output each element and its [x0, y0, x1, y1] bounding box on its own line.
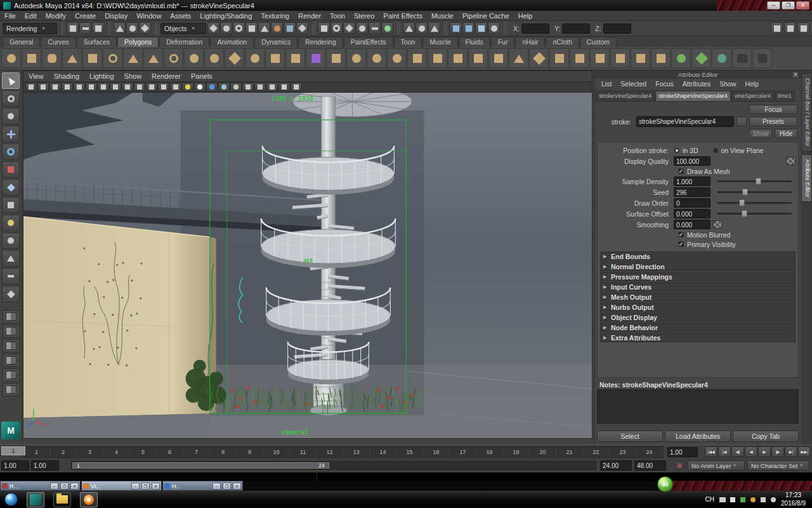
draw-as-mesh-checkbox[interactable]: [678, 168, 684, 175]
quadrangulate-icon[interactable]: [752, 48, 772, 68]
maya-logo-icon[interactable]: M: [1, 422, 20, 439]
poly-pyramid-icon[interactable]: [143, 48, 163, 68]
target-weld-icon[interactable]: [691, 48, 711, 68]
viewport-canvas[interactable]: 1300 x 1920 460 camera1: [23, 93, 592, 438]
display-quality-map-icon[interactable]: [786, 157, 796, 165]
snap-to-view-plane-icon[interactable]: [369, 22, 381, 34]
frame-tick[interactable]: 11: [290, 447, 317, 457]
channel-box-layer-editor-tab[interactable]: Channel Box / Layer Editor: [801, 73, 812, 152]
wireframe-mode-icon[interactable]: [242, 83, 254, 91]
menu-item[interactable]: Render: [294, 12, 325, 20]
construction-history-icon[interactable]: [416, 22, 428, 34]
frame-tick[interactable]: 21: [556, 447, 583, 457]
hide-button[interactable]: Hide: [775, 129, 797, 138]
boolean-difference-icon[interactable]: [367, 48, 386, 68]
character-set-dropdown[interactable]: No Character Set: [747, 460, 809, 471]
y-coord-field[interactable]: [562, 23, 590, 34]
menu-item[interactable]: Create: [70, 12, 100, 20]
frame-tick[interactable]: 14: [370, 447, 396, 457]
add-divisions-icon[interactable]: [631, 48, 650, 68]
open-scene-icon[interactable]: [79, 22, 91, 34]
attribute-editor-menu-item[interactable]: List: [597, 80, 616, 88]
restore-button[interactable]: ❐: [141, 483, 150, 490]
frame-tick[interactable]: 23: [610, 447, 636, 457]
triangulate-icon[interactable]: [732, 48, 752, 68]
frame-tick[interactable]: 3: [77, 447, 103, 457]
select-tool[interactable]: [2, 72, 20, 89]
use-default-material-icon[interactable]: [182, 83, 193, 91]
poly-smooth-icon[interactable]: [407, 48, 427, 68]
sidebar-attribute-editor-icon[interactable]: [771, 22, 783, 34]
select-joints-icon[interactable]: [220, 22, 232, 34]
textured-mode-icon[interactable]: [266, 83, 278, 91]
poly-sphere-icon[interactable]: [1, 48, 21, 68]
shelf-tab[interactable]: Muscle: [422, 37, 457, 47]
select-hierarchy-icon[interactable]: [114, 22, 126, 34]
z-coord-field[interactable]: [603, 23, 631, 34]
shelf-tab[interactable]: Custom: [580, 37, 617, 47]
frame-tick[interactable]: 8: [210, 447, 237, 457]
frame-tick[interactable]: 12: [317, 447, 343, 457]
command-line-input[interactable]: [0, 472, 317, 481]
attribute-editor-tab[interactable]: strokeShapeVineSpecular4: [655, 91, 731, 102]
surface-offset-slider[interactable]: [717, 210, 792, 218]
select-camera-icon[interactable]: [25, 83, 37, 91]
snap-to-grid-icon[interactable]: [318, 22, 330, 34]
current-time-field[interactable]: 1.00: [667, 447, 698, 457]
move-tool[interactable]: [2, 126, 20, 142]
frame-tick[interactable]: 7: [183, 447, 210, 457]
frame-tick[interactable]: 22: [583, 447, 610, 457]
make-live-icon[interactable]: [381, 22, 393, 34]
selection-mask-dropdown[interactable]: Objects: [160, 23, 206, 34]
sculpt-tool[interactable]: [2, 232, 20, 249]
go-to-end-button[interactable]: ▶▶|: [798, 446, 811, 457]
rotate-tool[interactable]: [2, 144, 20, 160]
attribute-editor-tab[interactable]: Attribute Editor: [801, 154, 812, 203]
shelf-tab[interactable]: Curves: [41, 37, 75, 47]
normal-direction-section[interactable]: Normal Direction: [600, 262, 796, 271]
sculpt-geometry-icon[interactable]: [245, 48, 265, 68]
snap-to-projected-center-icon[interactable]: [356, 22, 368, 34]
gate-mask-icon[interactable]: [134, 83, 145, 91]
merge-vertices-icon[interactable]: [671, 48, 691, 68]
show-button[interactable]: Show: [749, 129, 772, 138]
menu-item[interactable]: Window: [132, 12, 166, 20]
frame-tick[interactable]: 13: [343, 447, 370, 457]
pressure-mappings-section[interactable]: Pressure Mappings: [600, 272, 796, 281]
frame-tick[interactable]: 18: [476, 447, 503, 457]
ambient-occlusion-icon[interactable]: [218, 83, 230, 91]
menu-item[interactable]: Edit: [20, 12, 41, 20]
copy-tab-button[interactable]: Copy Tab: [733, 431, 799, 442]
frame-tick[interactable]: 4: [103, 447, 130, 457]
sidebar-channel-box-icon[interactable]: [797, 22, 809, 34]
poly-mirror-icon[interactable]: [651, 48, 671, 68]
menu-set-dropdown[interactable]: Rendering: [3, 23, 57, 34]
frame-tick[interactable]: 19: [503, 447, 530, 457]
select-surfaces-icon[interactable]: [246, 22, 258, 34]
shelf-tab[interactable]: General: [3, 37, 40, 47]
paint-select-tool[interactable]: [2, 108, 20, 124]
select-component-icon[interactable]: [139, 22, 151, 34]
input-curves-section[interactable]: Input Curves: [600, 282, 796, 291]
poly-combine-icon[interactable]: [265, 48, 285, 68]
animation-end-field[interactable]: 48.00: [634, 460, 666, 471]
layout-four-pane[interactable]: [3, 354, 20, 367]
stroke-name-field[interactable]: strokeShapeVineSpecular4: [636, 116, 734, 127]
poly-cube-icon[interactable]: [22, 48, 41, 68]
x-coord-field[interactable]: [521, 23, 549, 34]
poly-cut-icon[interactable]: [549, 48, 569, 68]
isolate-select-icon[interactable]: [291, 83, 302, 91]
smoothing-field[interactable]: 0.000: [674, 220, 710, 229]
boolean-union-icon[interactable]: [346, 48, 366, 68]
playback-end-field[interactable]: 24.00: [600, 460, 632, 471]
shelf-tab[interactable]: Polygons: [117, 37, 159, 47]
step-back-frame-button[interactable]: ◀|: [731, 446, 744, 457]
menu-item[interactable]: Help: [514, 12, 537, 20]
frame-tick[interactable]: 16: [423, 447, 450, 457]
grease-pencil-tool[interactable]: [2, 268, 20, 284]
frame-tick[interactable]: 6: [157, 447, 183, 457]
shaded-mode-icon[interactable]: [254, 83, 266, 91]
display-quality-field[interactable]: 100.000: [674, 156, 710, 166]
title-bar[interactable]: Autodesk Maya 2014 x64: D:\WDW\2days\mlo…: [0, 0, 812, 11]
auto-keyframe-icon[interactable]: [675, 461, 684, 470]
